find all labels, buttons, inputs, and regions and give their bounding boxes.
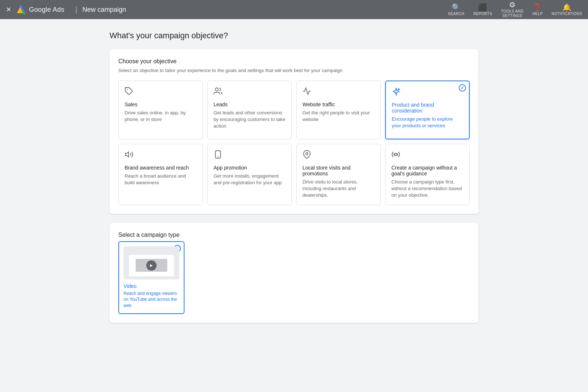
tools-nav-button[interactable]: ⚙ TOOLS ANDSETTINGS <box>501 1 524 18</box>
svg-point-10 <box>395 153 397 156</box>
app-promotion-icon <box>214 150 286 161</box>
leads-title: Leads <box>214 101 286 107</box>
tools-icon: ⚙ <box>509 1 516 8</box>
reports-nav-label: REPORTS <box>473 12 492 16</box>
search-nav-button[interactable]: 🔍 SEARCH <box>448 4 465 16</box>
close-button[interactable]: ✕ <box>6 6 11 14</box>
brand-awareness-title: Brand awareness and reach <box>125 165 197 171</box>
notifications-icon: 🔔 <box>562 4 571 11</box>
objective-card: Choose your objective Select an objectiv… <box>110 49 478 214</box>
sales-title: Sales <box>125 101 197 107</box>
play-icon: ▶ <box>146 260 157 271</box>
no-goal-desc: Choose a campaign type first, without a … <box>391 179 463 199</box>
leads-icon <box>214 87 286 98</box>
app-promotion-desc: Get more installs, engagement and pre-re… <box>214 173 286 186</box>
objective-card-title: Choose your objective <box>118 58 470 65</box>
product-brand-title: Product and brand consideration <box>392 102 463 114</box>
page-title: What's your campaign objective? <box>110 31 478 40</box>
search-nav-label: SEARCH <box>448 12 465 16</box>
objective-item-local-store[interactable]: Local store visits and promotions Drive … <box>296 144 381 205</box>
header-page-title: New campaign <box>82 6 126 14</box>
tools-nav-label: TOOLS ANDSETTINGS <box>501 9 524 18</box>
campaign-type-card: Select a campaign type ▶ Video <box>110 223 478 323</box>
app-promotion-title: App promotion <box>214 165 286 171</box>
sales-desc: Drive sales online, in app, by phone, or… <box>125 110 197 123</box>
svg-point-2 <box>22 12 25 15</box>
video-type-desc: Reach and engage viewers on YouTube and … <box>123 291 179 309</box>
website-traffic-title: Website traffic <box>302 101 374 107</box>
no-goal-icon <box>391 150 463 161</box>
reports-icon: ⬛ <box>478 4 487 11</box>
website-traffic-icon <box>302 87 374 98</box>
campaign-type-card-title: Select a campaign type <box>118 232 470 238</box>
objective-card-subtitle: Select an objective to tailor your exper… <box>118 68 470 73</box>
svg-point-4 <box>215 88 218 91</box>
help-icon: ❓ <box>533 4 542 11</box>
main-content: What's your campaign objective? Choose y… <box>92 19 496 343</box>
header-actions: 🔍 SEARCH ⬛ REPORTS ⚙ TOOLS ANDSETTINGS ❓… <box>448 1 582 18</box>
google-ads-logo-icon <box>16 4 26 15</box>
objective-item-app-promotion[interactable]: App promotion Get more installs, engagem… <box>207 144 292 205</box>
local-store-icon <box>302 150 374 161</box>
product-brand-desc: Encourage people to explore your product… <box>392 116 463 129</box>
notifications-nav-button[interactable]: 🔔 NOTIFICATIONS <box>552 4 582 16</box>
objective-item-no-goal[interactable]: Create a campaign without a goal's guida… <box>385 144 470 205</box>
product-brand-icon <box>392 87 463 98</box>
objective-item-website-traffic[interactable]: Website traffic Get the right people to … <box>296 81 381 139</box>
local-store-title: Local store visits and promotions <box>302 165 374 177</box>
campaign-type-grid: ▶ Video Reach and engage viewers on YouT… <box>118 241 470 314</box>
search-icon: 🔍 <box>452 4 461 11</box>
sales-icon <box>125 87 197 98</box>
svg-marker-5 <box>125 152 129 157</box>
objective-item-product-brand[interactable]: Product and brand consideration Encourag… <box>385 81 470 139</box>
brand-name: Google Ads <box>29 6 64 14</box>
brand-awareness-icon <box>125 150 197 161</box>
header: ✕ Google Ads | New campaign 🔍 SEARCH ⬛ R… <box>0 0 588 19</box>
brand-awareness-desc: Reach a broad audience and build awarene… <box>125 173 197 186</box>
video-thumbnail: ▶ <box>123 246 179 279</box>
logo: Google Ads <box>16 4 64 15</box>
svg-point-9 <box>306 153 308 155</box>
local-store-desc: Drive visits to local stores, including … <box>302 179 374 199</box>
reports-nav-button[interactable]: ⬛ REPORTS <box>473 4 492 16</box>
objective-item-sales[interactable]: Sales Drive sales online, in app, by pho… <box>118 81 203 139</box>
help-nav-button[interactable]: ❓ HELP <box>533 4 543 16</box>
objective-item-leads[interactable]: Leads Get leads and other conversions by… <box>207 81 292 139</box>
objective-grid: Sales Drive sales online, in app, by pho… <box>118 81 470 205</box>
no-goal-title: Create a campaign without a goal's guida… <box>391 165 463 177</box>
leads-desc: Get leads and other conversions by encou… <box>214 110 286 130</box>
notifications-nav-label: NOTIFICATIONS <box>552 12 582 16</box>
header-divider: | <box>75 6 77 14</box>
product-brand-check <box>459 84 466 92</box>
video-type-title: Video <box>123 283 179 289</box>
help-nav-label: HELP <box>533 12 543 16</box>
objective-item-brand-awareness[interactable]: Brand awareness and reach Reach a broad … <box>118 144 203 205</box>
website-traffic-desc: Get the right people to visit your websi… <box>302 110 374 123</box>
campaign-type-item-video[interactable]: ▶ Video Reach and engage viewers on YouT… <box>118 241 184 314</box>
